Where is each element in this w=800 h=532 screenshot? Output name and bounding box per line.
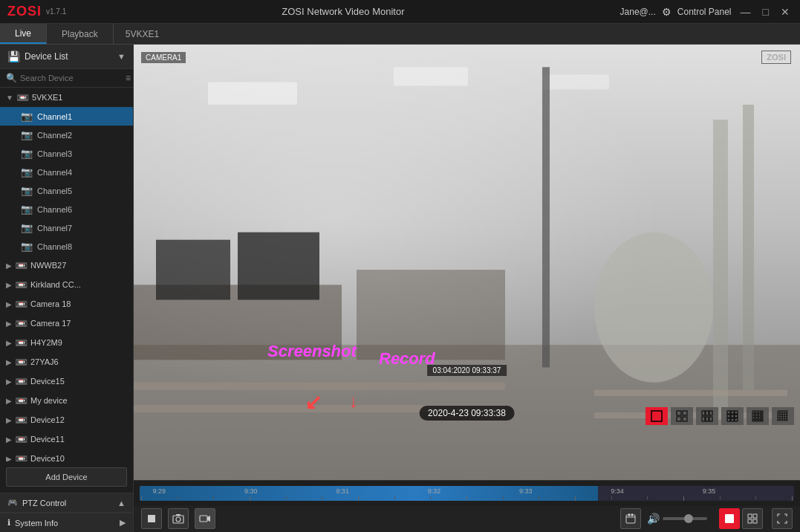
channel-item-ch6[interactable]: 📷 Channel6 (0, 200, 133, 218)
device-group-header-kirkland[interactable]: ▶ 📼 Kirkland CC... (0, 275, 133, 294)
channel-item-ch5[interactable]: 📷 Channel5 (0, 181, 133, 200)
device-list-label: Device List (25, 51, 68, 62)
active-channel-tab: 5VKXE1 (114, 24, 171, 44)
svg-rect-66 (200, 516, 207, 522)
svg-rect-23 (709, 411, 712, 415)
channel-item-ch4[interactable]: 📷 Channel4 (0, 163, 133, 181)
minimize-button[interactable]: — (738, 6, 754, 18)
timeline-label-933: 9:33 (519, 487, 533, 495)
tab-live[interactable]: Live (0, 24, 47, 44)
volume-slider[interactable] (663, 517, 707, 520)
device-group-header-camera17[interactable]: ▶ 📼 Camera 17 (0, 314, 133, 333)
channel-item-ch8[interactable]: 📷 Channel8 (0, 237, 133, 256)
svg-rect-21 (702, 411, 705, 415)
device-group-header-device12[interactable]: ▶ 📼 Device12 (0, 410, 133, 429)
annotation-record: Record (379, 349, 435, 369)
camera-icon: 📷 (21, 204, 33, 215)
device-list-header[interactable]: 💾 Device List ▼ (0, 45, 133, 69)
dvr-icon: 📼 (15, 375, 27, 387)
timeline-label-935: 9:35 (703, 487, 716, 495)
svg-rect-20 (683, 417, 687, 421)
title-bar-left: ZOSI v1.7.1 (7, 4, 66, 19)
tab-playback[interactable]: Playback (47, 24, 114, 44)
svg-rect-0 (208, 82, 297, 105)
add-device-button[interactable]: Add Device (6, 467, 127, 487)
timeline[interactable]: 9:29 9:30 9:31 9:32 9:33 9:34 9:35 (134, 481, 800, 506)
grid-5x5-button[interactable] (772, 407, 794, 425)
stop-button[interactable] (141, 508, 162, 529)
volume-icon[interactable]: 🔊 (647, 513, 660, 525)
channel-item-ch2[interactable]: 📷 Channel2 (0, 126, 133, 144)
svg-rect-51 (761, 420, 763, 421)
svg-rect-17 (677, 411, 681, 415)
device-group-header-5vkxe1[interactable]: ▼ 📼 5VKXE1 (0, 88, 133, 107)
user-label: Jane@... (620, 7, 656, 17)
channel-item-ch3[interactable]: 📷 Channel3 (0, 144, 133, 163)
arrow-screenshot: ↙ (305, 390, 322, 415)
svg-rect-49 (755, 420, 758, 421)
device-group-header-nwwb27[interactable]: ▶ 📼 NWWB27 (0, 256, 133, 275)
gear-icon[interactable]: ⚙ (662, 6, 671, 18)
chevron-right-icon: ▶ (6, 319, 12, 328)
svg-rect-22 (706, 411, 709, 415)
grid-1x1-button[interactable] (645, 407, 668, 425)
system-info-header[interactable]: ℹ System Info ▶ (0, 513, 133, 532)
maximize-button[interactable]: □ (760, 6, 772, 18)
dvr-icon: 📼 (15, 317, 27, 329)
device-group-header-h4y2m9[interactable]: ▶ 📼 H4Y2M9 (0, 333, 133, 352)
svg-rect-47 (761, 417, 763, 419)
device-name-device15: Device15 (30, 377, 65, 386)
control-panel-label[interactable]: Control Panel (677, 7, 732, 17)
timeline-label-929: 9:29 (153, 487, 166, 495)
system-info-label: System Info (15, 519, 58, 528)
record-button[interactable] (195, 508, 215, 529)
layout-single-button[interactable] (719, 508, 740, 529)
fullscreen-button[interactable] (772, 508, 793, 529)
channel-label-ch8: Channel8 (37, 242, 72, 251)
device-group-header-device15[interactable]: ▶ 📼 Device15 (0, 372, 133, 391)
svg-rect-27 (727, 411, 730, 414)
layout-quad-button[interactable] (742, 508, 763, 529)
screenshot-button[interactable] (168, 508, 189, 529)
video-viewport[interactable]: CAMERA1 ZOSI 03:04:2020 09:33:37 Screens… (134, 45, 800, 480)
dvr-icon: 📼 (15, 298, 27, 310)
device-group-header-camera18[interactable]: ▶ 📼 Camera 18 (0, 294, 133, 314)
close-button[interactable]: ✕ (778, 6, 793, 18)
channel-item-ch7[interactable]: 📷 Channel7 (0, 218, 133, 237)
svg-rect-16 (651, 411, 662, 421)
svg-rect-8 (134, 383, 505, 390)
device-group-header-mydevice[interactable]: ▶ 📼 My device (0, 391, 133, 410)
svg-rect-70 (628, 513, 630, 516)
chevron-down-icon: ▼ (6, 94, 13, 102)
device-group-header-device11[interactable]: ▶ 📼 Device11 (0, 429, 133, 449)
annotation-screenshot: Screenshot (267, 342, 357, 361)
ptz-control-header[interactable]: 🎮 PTZ Control ▲ (0, 493, 133, 513)
grid-3x3-button[interactable] (721, 407, 744, 425)
timestamp-overlay-small: 03:04:2020 09:33:37 (427, 365, 507, 376)
chevron-up-icon: ▲ (117, 499, 126, 507)
device-group-header-27yaj6[interactable]: ▶ 📼 27YAJ6 (0, 352, 133, 372)
svg-rect-39 (761, 411, 763, 413)
channel-item-ch1[interactable]: 📷 Channel1 (0, 107, 133, 126)
grid-2x2-button[interactable] (671, 407, 693, 425)
chevron-right-icon: ▶ (6, 435, 12, 444)
channel-label-ch6: Channel6 (37, 205, 72, 214)
svg-rect-40 (752, 414, 755, 416)
video-timestamp: 2020-4-23 09:33:38 (419, 406, 515, 421)
chevron-right-icon: ▶ (6, 339, 12, 347)
search-input[interactable] (20, 74, 123, 82)
timeline-track[interactable]: 9:29 9:30 9:31 9:32 9:33 9:34 9:35 (140, 486, 794, 501)
grid-2x3-button[interactable] (696, 407, 718, 425)
list-icon[interactable]: ≡ (126, 73, 131, 83)
svg-rect-65 (176, 514, 181, 516)
calendar-button[interactable] (620, 508, 641, 529)
device-group-5vkxe1: ▼ 📼 5VKXE1 📷 Channel1 📷 Channel2 📷 Chann… (0, 88, 133, 256)
device-group-header-device10[interactable]: ▶ 📼 Device10 (0, 449, 133, 461)
svg-rect-5 (156, 240, 230, 300)
grid-4x4-button[interactable] (747, 407, 769, 425)
svg-rect-43 (761, 414, 763, 416)
svg-rect-6 (238, 233, 319, 300)
app-title: ZOSI Network Video Monitor (282, 6, 404, 17)
channel-label-ch3: Channel3 (37, 149, 72, 158)
camera-icon: 📷 (21, 111, 33, 122)
